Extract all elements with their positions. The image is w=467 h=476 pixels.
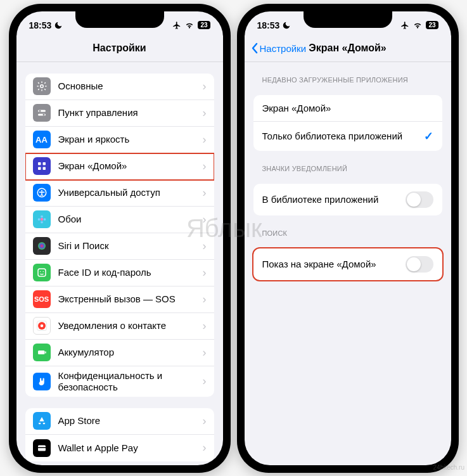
row-app-library-badges[interactable]: В библиотеке приложений: [253, 184, 442, 215]
chevron-right-icon: ›: [203, 213, 207, 226]
flower-icon: [33, 210, 51, 228]
section-header-search: ПОИСК: [262, 229, 433, 237]
row-label: Основные: [58, 80, 199, 92]
phone-right: 18:53 23: [237, 4, 459, 473]
chevron-right-icon: ›: [203, 441, 207, 454]
nav-bar: Настройки: [16, 35, 223, 62]
notch: [75, 11, 164, 28]
page-title: Настройки: [16, 42, 223, 54]
svg-point-11: [40, 218, 43, 221]
settings-row-aa[interactable]: AAЭкран и яркость›: [25, 127, 214, 153]
settings-row-grid[interactable]: Экран «Домой»›: [25, 153, 214, 180]
grid-icon: [33, 157, 51, 175]
row-label: Экран «Домой»: [58, 160, 199, 172]
svg-rect-24: [45, 352, 46, 354]
aa-icon: AA: [33, 131, 51, 148]
moon-icon: [54, 21, 63, 30]
svg-point-0: [40, 85, 43, 88]
svg-point-18: [40, 271, 41, 273]
settings-row-contact[interactable]: Уведомления о контакте›: [25, 313, 214, 340]
row-label: Показ на экране «Домой»: [262, 259, 406, 269]
settings-row-access[interactable]: Универсальный доступ›: [25, 180, 214, 207]
svg-rect-5: [38, 162, 41, 165]
appstore-icon: [33, 412, 51, 430]
back-button[interactable]: Настройки: [245, 42, 307, 54]
option-app-library-only[interactable]: Только библиотека приложений ✓: [253, 122, 442, 151]
svg-point-4: [42, 114, 44, 116]
hand-icon: [33, 373, 51, 390]
row-label: Face ID и код-пароль: [58, 267, 199, 278]
chevron-right-icon: ›: [203, 186, 207, 200]
toggle-show-on-home[interactable]: [406, 256, 433, 273]
phone-left: 18:53 23 Настройки: [9, 4, 231, 473]
wallet-icon: [33, 439, 51, 457]
face-icon: [33, 264, 51, 281]
svg-rect-26: [38, 447, 46, 448]
svg-point-10: [41, 190, 42, 191]
contact-icon: [33, 317, 51, 335]
siri-icon: [33, 237, 51, 255]
chevron-right-icon: ›: [203, 106, 207, 120]
row-label: Экран и яркость: [58, 134, 199, 145]
settings-row-sos[interactable]: SOSЭкстренный вызов — SOS›: [25, 286, 214, 313]
chevron-right-icon: ›: [203, 415, 207, 428]
svg-point-21: [40, 325, 43, 328]
side-watermark: 24hitech.ru: [433, 464, 464, 471]
airplane-icon: [400, 21, 409, 30]
svg-point-15: [37, 218, 40, 221]
chevron-left-icon: [251, 42, 259, 54]
row-label: Экстренный вызов — SOS: [58, 293, 199, 305]
settings-row-battery[interactable]: Аккумулятор›: [25, 340, 214, 366]
svg-point-16: [38, 242, 46, 250]
status-time: 18:53: [29, 20, 52, 30]
svg-point-3: [39, 110, 41, 112]
svg-rect-8: [42, 167, 46, 170]
settings-list[interactable]: Основные›Пункт управления›AAЭкран и ярко…: [16, 62, 223, 465]
row-label: Обои: [58, 214, 199, 225]
notch: [304, 11, 392, 28]
settings-row-gear[interactable]: Основные›: [25, 74, 214, 100]
row-label: Пункт управления: [58, 107, 199, 119]
chevron-right-icon: ›: [203, 133, 207, 146]
gear-icon: [33, 77, 51, 95]
settings-row-siri[interactable]: Siri и Поиск›: [25, 233, 214, 260]
chevron-right-icon: ›: [203, 266, 207, 280]
row-show-on-home[interactable]: Показ на экране «Домой»: [253, 248, 442, 280]
svg-rect-6: [42, 162, 46, 165]
row-label: В библиотеке приложений: [262, 194, 406, 205]
row-label: Wallet и Apple Pay: [58, 442, 199, 454]
row-label: Конфиденциальность и безопасность: [58, 370, 199, 393]
settings-row-wallet[interactable]: Wallet и Apple Pay›: [25, 435, 214, 461]
settings-row-face[interactable]: Face ID и код-пароль›: [25, 260, 214, 286]
chevron-right-icon: ›: [203, 160, 207, 173]
battery-badge: 23: [426, 21, 438, 29]
chevron-right-icon: ›: [203, 80, 207, 93]
chevron-right-icon: ›: [203, 346, 207, 359]
section-header-downloads: НЕДАВНО ЗАГРУЖЕННЫЕ ПРИЛОЖЕНИЯ: [262, 76, 433, 84]
toggle-badges[interactable]: [406, 191, 433, 208]
back-label: Настройки: [260, 43, 307, 54]
settings-row-hand[interactable]: Конфиденциальность и безопасность›: [25, 366, 214, 397]
row-label: App Store: [58, 415, 199, 427]
svg-rect-17: [38, 269, 46, 276]
battery-badge: 23: [198, 21, 210, 29]
settings-row-switches[interactable]: Пункт управления›: [25, 100, 214, 127]
chevron-right-icon: ›: [203, 293, 207, 306]
settings-row-flower[interactable]: Обои›: [25, 207, 214, 233]
svg-point-19: [42, 271, 44, 273]
airplane-icon: [172, 21, 181, 30]
chevron-right-icon: ›: [203, 375, 207, 388]
svg-point-14: [41, 221, 43, 224]
option-label: Экран «Домой»: [262, 103, 433, 113]
home-screen-settings[interactable]: НЕДАВНО ЗАГРУЖЕННЫЕ ПРИЛОЖЕНИЯ Экран «До…: [245, 62, 451, 465]
settings-row-appstore[interactable]: App Store›: [25, 408, 214, 435]
option-label: Только библиотека приложений: [262, 131, 424, 141]
nav-bar: Настройки Экран «Домой»: [245, 35, 451, 62]
switches-icon: [33, 104, 51, 122]
battery-icon: [33, 344, 51, 361]
svg-point-13: [43, 218, 46, 221]
row-label: Аккумулятор: [58, 347, 199, 358]
sos-icon: SOS: [33, 290, 51, 308]
section-header-badges: ЗНАЧКИ УВЕДОМЛЕНИЙ: [262, 165, 433, 172]
option-home-screen[interactable]: Экран «Домой»: [253, 95, 442, 122]
